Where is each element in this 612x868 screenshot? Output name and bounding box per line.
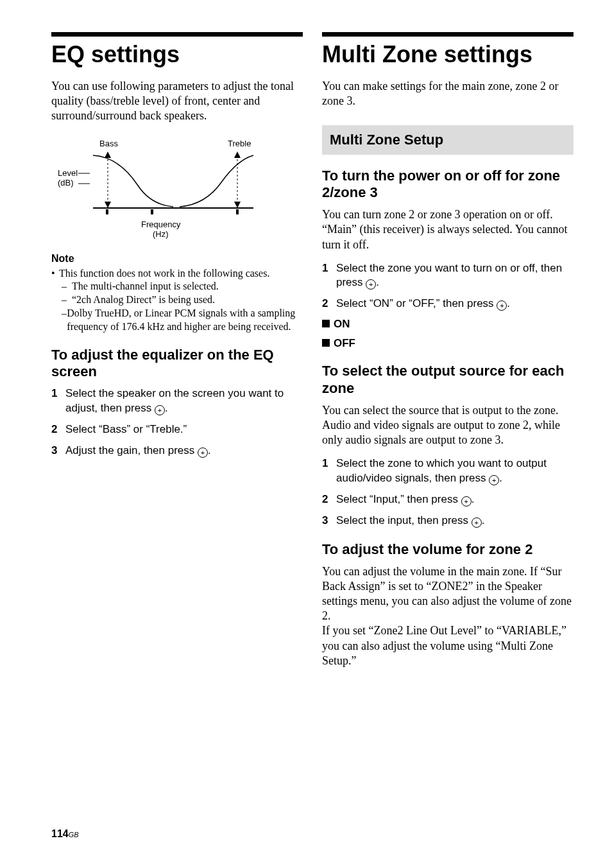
step-number: 1 [322,456,336,486]
step-text: Select the zone to which you want to out… [336,457,547,484]
eq-step-3: 3 Adjust the gain, then press +. [51,444,303,458]
dash-icon: – [62,307,67,334]
square-icon [322,320,330,327]
heading-eq-settings: EQ settings [51,42,303,67]
option-off-label: OFF [334,337,355,350]
option-off: OFF [322,337,574,350]
step-number: 1 [322,261,336,291]
enter-icon: + [198,447,208,458]
power-step-2: 2 Select “ON” or “OFF,” then press +. [322,297,574,311]
note-item-1: “2ch Analog Direct” is being used. [72,293,215,307]
step-text-post: . [376,276,379,288]
label-frequency: Frequency [141,220,181,229]
enter-icon: + [366,279,376,290]
step-text-post: . [472,493,475,505]
dash-icon: – [62,280,72,293]
left-column: EQ settings You can use following parame… [51,32,303,677]
page-footer: 114GB [51,828,79,840]
enter-icon: + [472,517,482,528]
note-main: This function does not work in the follo… [59,267,269,281]
step-text-post: . [165,402,168,414]
intro-multizone: You can make settings for the main zone,… [322,79,574,108]
label-bass: Bass [99,139,118,148]
label-hz: (Hz) [153,229,169,239]
step-number: 1 [51,386,65,416]
rule-bar [51,32,303,37]
section-multizone-setup: Multi Zone Setup [322,125,574,155]
square-icon [322,339,330,347]
option-on: ON [322,318,574,331]
step-text: Select “Bass” or “Treble.” [65,422,187,437]
step-text-post: . [208,444,211,456]
source-step-1: 1 Select the zone to which you want to o… [322,456,574,486]
note-list: •This function does not work in the foll… [51,267,303,334]
step-number: 2 [51,422,65,437]
note-label: Note [51,253,303,265]
option-on-label: ON [334,318,350,331]
svg-marker-10 [234,152,241,158]
svg-rect-5 [236,209,239,214]
body-source: You can select the source that is output… [322,403,574,447]
note-item-0: The multi-channel input is selected. [72,280,219,293]
svg-marker-8 [105,202,111,208]
step-text: Select the speaker on the screen you wan… [65,387,284,414]
right-column: Multi Zone settings You can make setting… [322,32,574,677]
rule-bar [322,32,574,37]
heading-source: To select the output source for each zon… [322,363,574,397]
dash-icon: – [62,293,72,307]
body-volume: You can adjust the volume in the main zo… [322,564,574,668]
heading-adjust-eq: To adjust the equalizer on the EQ screen [51,347,303,381]
step-number: 2 [322,492,336,507]
enter-icon: + [461,496,472,507]
svg-marker-11 [234,202,241,208]
step-text: Adjust the gain, then press [65,444,198,456]
svg-rect-3 [106,209,108,214]
enter-icon: + [489,475,499,485]
eq-step-2: 2 Select “Bass” or “Treble.” [51,422,303,437]
heading-volume: To adjust the volume for zone 2 [322,541,574,558]
step-text: Select “ON” or “OFF,” then press [336,297,497,309]
note-item-2: Dolby TrueHD, or Linear PCM signals with… [67,307,303,334]
step-number: 3 [322,514,336,528]
intro-eq: You can use following parameters to adju… [51,79,303,123]
power-step-1: 1 Select the zone you want to turn on or… [322,261,574,291]
source-step-3: 3 Select the input, then press +. [322,514,574,528]
bullet-icon: • [51,267,59,281]
heading-power: To turn the power on or off for zone 2/z… [322,168,574,202]
svg-rect-4 [151,209,153,214]
label-db: (dB) [58,178,74,187]
label-level: Level [58,168,78,178]
eq-diagram: Bass Treble Level (dB) Frequency (Hz) [58,137,303,243]
page-number: 114 [51,828,69,839]
step-text-post: . [482,514,485,526]
body-power: You can turn zone 2 or zone 3 operation … [322,207,574,252]
source-step-2: 2 Select “Input,” then press +. [322,492,574,507]
region-code: GB [69,831,79,838]
label-treble: Treble [228,139,251,148]
step-number: 2 [322,297,336,311]
heading-multizone: Multi Zone settings [322,42,574,67]
step-number: 3 [51,444,65,458]
enter-icon: + [497,300,507,311]
enter-icon: + [155,405,165,415]
eq-step-1: 1 Select the speaker on the screen you w… [51,386,303,416]
step-text: Select “Input,” then press [336,493,461,505]
step-text-post: . [499,472,502,484]
step-text: Select the input, then press [336,514,472,526]
svg-marker-7 [105,152,111,158]
step-text-post: . [507,297,510,309]
